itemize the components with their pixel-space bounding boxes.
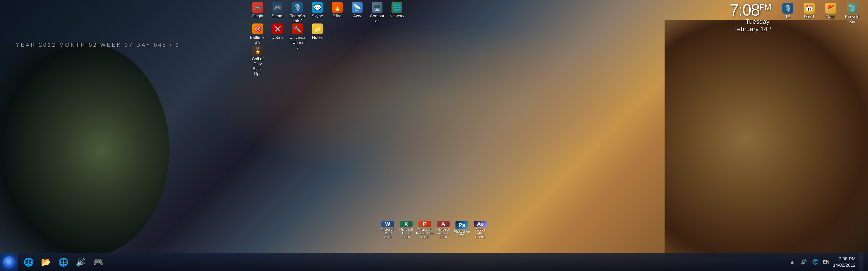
- quick-launch-apps: W Microsoft Word 2010 X Microsoft Excel …: [379, 221, 489, 237]
- icon-dota2[interactable]: ⚔️ Dota 2: [269, 23, 287, 41]
- icon-steam[interactable]: 🎮 Steam: [269, 1, 287, 20]
- access-quick-label: Microsoft Access 2010: [435, 228, 452, 239]
- top-right-icon-flags[interactable]: 🚩 Flags: [822, 2, 840, 20]
- excel-quick-img: X: [400, 221, 412, 227]
- language-indicator[interactable]: EN: [823, 259, 830, 265]
- system-tray: ▲ 🔊 🌐 EN 7:08 PM 14/02/2012: [783, 253, 868, 271]
- network-icon-img: 🌐: [392, 2, 402, 13]
- taskbar-pin-explorer[interactable]: 📂: [38, 254, 54, 270]
- udk-icon-label: Universal Unreal 3: [289, 35, 306, 50]
- date-info: YEAR 2012 MONTH 02 WEEK 07 DAY 045 / 3: [16, 42, 180, 48]
- photoshop-quick-img: Ps: [456, 221, 468, 229]
- icon-atsy[interactable]: 📡 Atsy: [348, 1, 366, 20]
- steam_tb-taskbar-icon: 🎮: [93, 258, 103, 267]
- quick-icon-word[interactable]: W Microsoft Word 2010: [379, 221, 396, 237]
- powerpoint-quick-img: P: [418, 221, 431, 227]
- quick-icon-aftereffects[interactable]: Ae Adobe After Effects: [472, 221, 489, 237]
- cod-icon-img: 🎖️: [252, 45, 263, 56]
- start-orb-inner: [6, 259, 12, 265]
- skype-icon-img: 💬: [312, 2, 323, 13]
- ts_icon-top-icon-img: 🎙️: [782, 3, 793, 13]
- icon-skype[interactable]: 💬 Skype: [308, 1, 327, 20]
- udk-icon-img: 🔧: [292, 24, 303, 34]
- computer-icon-img: 🖥️: [372, 2, 382, 13]
- top-right-icon-day_count[interactable]: 📅 Day 1: [800, 2, 818, 20]
- atsy-icon-img: 📡: [352, 2, 363, 13]
- top-right-icon-ts_icon[interactable]: 🎙️ TS: [779, 2, 797, 20]
- quick-icon-access[interactable]: A Microsoft Access 2010: [435, 221, 452, 237]
- word-quick-label: Microsoft Word 2010: [379, 228, 396, 239]
- taskbar-pin-ventrilo[interactable]: 🔊: [72, 254, 89, 270]
- clock-time: 7:08PM: [730, 2, 771, 18]
- teamspeak-icon-img: 🎙️: [292, 2, 303, 13]
- tray-volume[interactable]: 🔊: [800, 258, 808, 266]
- recycle-top-icon-img: 🗑️: [847, 3, 858, 13]
- excel-quick-label: Microsoft Excel 2010: [398, 228, 414, 239]
- bf3-icon-img: 🎯: [252, 24, 263, 34]
- start-button[interactable]: [0, 253, 18, 271]
- top-right-icons: 🎙️ TS 📅 Day 1 🚩 Flags 🗑️ Recycle Bin: [779, 2, 861, 25]
- icon-network[interactable]: 🌐 Network: [388, 1, 406, 20]
- quick-icon-powerpoint[interactable]: P Microsoft PowerPoint 2010: [416, 221, 433, 237]
- icon-cod[interactable]: 🎖️ Call of Duty Black Ops: [249, 44, 267, 77]
- xfire-icon-label: Xfire: [333, 14, 341, 19]
- computer-icon-label: Computer: [369, 14, 385, 24]
- tray-network[interactable]: 🌐: [811, 258, 819, 266]
- ie2-taskbar-icon: 🌐: [58, 258, 68, 267]
- tray-clock[interactable]: 7:08 PM 14/02/2012: [833, 256, 856, 268]
- top-right-icon-recycle[interactable]: 🗑️ Recycle Bin: [843, 2, 861, 25]
- taskbar-pin-ie[interactable]: 🌐: [20, 254, 37, 270]
- flags-top-icon-img: 🚩: [825, 3, 836, 13]
- icon-row-3: 🎖️ Call of Duty Black Ops: [249, 44, 267, 77]
- icon-xfire[interactable]: 🔥 Xfire: [328, 1, 346, 20]
- steam-icon-label: Steam: [272, 14, 283, 19]
- quick-icon-photoshop[interactable]: Ps Photoshop CS5: [454, 221, 470, 237]
- flags-top-icon-label: Flags: [826, 14, 836, 20]
- taskbar-pins: 🌐📂🌐🔊🎮: [18, 253, 108, 271]
- icon-computer[interactable]: 🖥️ Computer: [368, 1, 386, 24]
- day_count-top-icon-label: Day 1: [804, 14, 814, 20]
- bf3-icon-label: Battlefield 3: [250, 35, 266, 45]
- atsy-icon-label: Atsy: [353, 14, 361, 19]
- aftereffects-quick-img: Ae: [474, 221, 487, 227]
- dota2-icon-img: ⚔️: [272, 24, 283, 34]
- origin-icon-img: 🎮: [252, 2, 263, 13]
- aftereffects-quick-label: Adobe After Effects: [472, 228, 489, 239]
- icon-udk[interactable]: 🔧 Universal Unreal 3: [288, 23, 307, 51]
- notes-icon-label: Notes: [312, 35, 322, 40]
- day_count-top-icon-img: 📅: [804, 3, 815, 13]
- dota2-icon-label: Dota 2: [272, 35, 283, 40]
- datetime-display: 7:08PM Tuesday, February 14th: [730, 2, 771, 33]
- start-orb[interactable]: [3, 256, 15, 268]
- tray-expand[interactable]: ▲: [788, 258, 796, 266]
- ie-taskbar-icon: 🌐: [24, 258, 34, 267]
- show-desktop-button[interactable]: [859, 253, 864, 271]
- origin-icon-label: Origin: [252, 14, 263, 19]
- taskbar-pin-steam_tb[interactable]: 🎮: [90, 254, 106, 270]
- cod-icon-label: Call of Duty Black Ops: [250, 57, 266, 76]
- icon-origin[interactable]: 🎮 Origin: [249, 1, 267, 20]
- quick-icon-excel[interactable]: X Microsoft Excel 2010: [398, 221, 414, 237]
- desktop-icons-area: 🎮 Origin 🎮 Steam 🎙️ TeamSpeak 3 Client 💬…: [0, 0, 868, 253]
- recycle-top-icon-label: Recycle Bin: [844, 14, 860, 24]
- steam-icon-img: 🎮: [272, 2, 283, 13]
- notes-icon-img: 📁: [312, 24, 323, 34]
- word-quick-img: W: [381, 221, 394, 227]
- access-quick-img: A: [437, 221, 450, 227]
- ventrilo-taskbar-icon: 🔊: [76, 258, 86, 267]
- photoshop-quick-label: Photoshop CS5: [454, 230, 470, 237]
- ts_icon-top-icon-label: TS: [785, 14, 790, 20]
- clock-date: Tuesday, February 14th: [730, 18, 771, 33]
- explorer-taskbar-icon: 📂: [41, 258, 51, 267]
- icon-notes[interactable]: 📁 Notes: [308, 23, 327, 41]
- skype-icon-label: Skype: [312, 14, 323, 19]
- taskbar-pin-ie2[interactable]: 🌐: [55, 254, 71, 270]
- network-icon-label: Network: [390, 14, 404, 19]
- taskbar: 🌐📂🌐🔊🎮 ▲ 🔊 🌐 EN 7:08 PM 14/02/2012: [0, 253, 868, 271]
- powerpoint-quick-label: Microsoft PowerPoint 2010: [416, 228, 434, 239]
- xfire-icon-img: 🔥: [332, 2, 343, 13]
- icon-bf3[interactable]: 🎯 Battlefield 3: [249, 23, 267, 46]
